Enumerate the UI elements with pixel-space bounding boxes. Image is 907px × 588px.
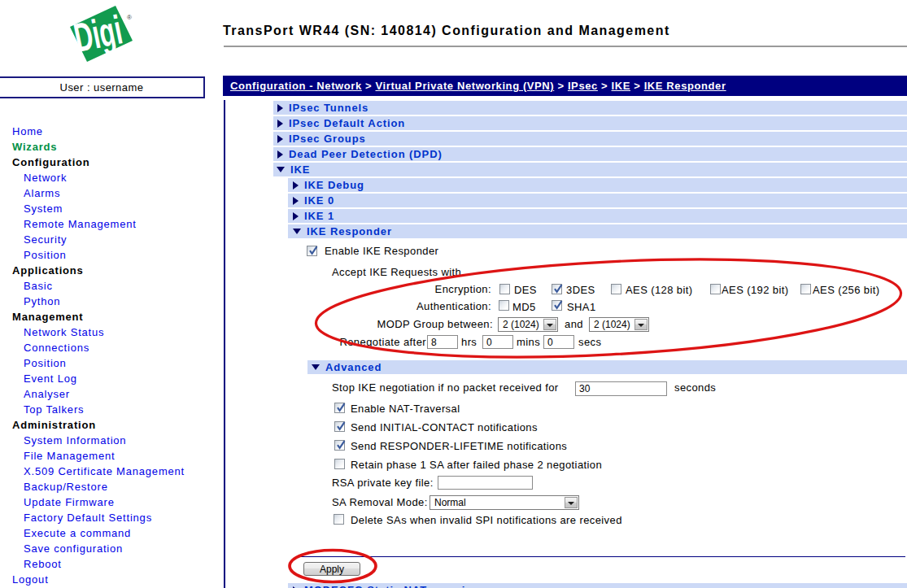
svg-text:®: ®	[127, 14, 132, 21]
svg-text:Digi: Digi	[70, 7, 126, 61]
